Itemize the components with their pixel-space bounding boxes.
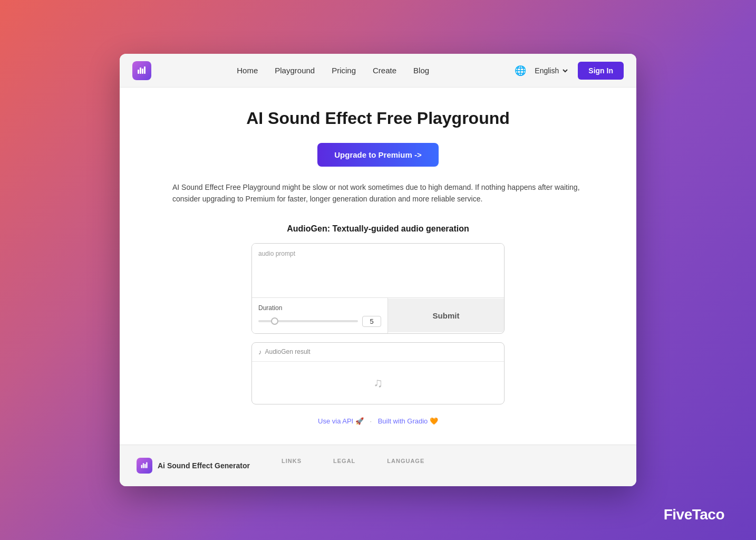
footer-links-label: LINKS	[282, 458, 302, 464]
notice-text: AI Sound Effect Free Playground might be…	[172, 181, 584, 205]
nav-right: 🌐 English Sign In	[515, 62, 624, 80]
svg-rect-7	[146, 462, 147, 468]
result-header: ♪ AudioGen result	[252, 343, 504, 362]
footer-brand-name: Ai Sound Effect Generator	[158, 461, 250, 470]
svg-rect-2	[142, 69, 143, 74]
svg-rect-1	[140, 68, 141, 74]
result-body: ♫	[252, 362, 504, 404]
audiogen-title: AudioGen: Textually-guided audio generat…	[137, 224, 619, 234]
duration-box: Duration 5	[252, 298, 388, 333]
watermark: FiveTaco	[664, 506, 724, 523]
nav-create[interactable]: Create	[373, 66, 396, 75]
duration-slider[interactable]	[258, 320, 358, 322]
api-footer-links: Use via API 🚀 · Built with Gradio 🧡	[137, 417, 619, 425]
main-content: AI Sound Effect Free Playground Upgrade …	[120, 88, 636, 445]
svg-rect-6	[144, 464, 146, 468]
prompt-label: audio prompt	[258, 250, 498, 257]
audiogen-box: audio prompt Duration 5 Submit	[251, 243, 505, 334]
navbar: Home Playground Pricing Create Blog 🌐 En…	[120, 54, 636, 88]
duration-label: Duration	[258, 304, 381, 312]
duration-value: 5	[362, 316, 381, 327]
footer-brand: Ai Sound Effect Generator	[137, 458, 250, 474]
submit-button[interactable]: Submit	[388, 298, 504, 332]
nav-links: Home Playground Pricing Create Blog	[237, 66, 429, 75]
nav-playground[interactable]: Playground	[275, 66, 315, 75]
prompt-area: audio prompt	[252, 244, 504, 298]
page-title: AI Sound Effect Free Playground	[137, 109, 619, 128]
svg-rect-5	[143, 463, 144, 468]
result-label: AudioGen result	[265, 348, 311, 355]
music-note-icon: ♪	[258, 348, 262, 356]
footer-language-label: LANGUAGE	[387, 458, 424, 464]
gradio-link[interactable]: Built with Gradio 🧡	[378, 417, 438, 425]
prompt-textarea[interactable]	[258, 259, 498, 289]
upgrade-button[interactable]: Upgrade to Premium ->	[317, 143, 438, 167]
footer-logo-icon	[137, 458, 152, 474]
footer-legal-col: LEGAL	[333, 458, 355, 464]
footer-language-col: LANGUAGE	[387, 458, 424, 464]
footer-links-col: LINKS	[282, 458, 302, 464]
globe-icon: 🌐	[515, 65, 526, 76]
svg-rect-4	[141, 465, 142, 468]
nav-blog[interactable]: Blog	[413, 66, 429, 75]
duration-controls: 5	[258, 316, 381, 327]
nav-pricing[interactable]: Pricing	[332, 66, 356, 75]
site-footer: Ai Sound Effect Generator LINKS LEGAL LA…	[120, 445, 636, 486]
svg-rect-0	[138, 70, 139, 74]
footer-legal-label: LEGAL	[333, 458, 355, 464]
result-music-icon: ♫	[373, 375, 383, 390]
use-api-link[interactable]: Use via API 🚀	[318, 417, 364, 425]
duration-row: Duration 5 Submit	[252, 298, 504, 333]
language-select[interactable]: English	[530, 64, 569, 78]
logo[interactable]	[132, 61, 151, 80]
footer-separator: ·	[370, 417, 372, 425]
footer-inner: Ai Sound Effect Generator LINKS LEGAL LA…	[137, 458, 619, 474]
logo-icon	[132, 61, 151, 80]
nav-home[interactable]: Home	[237, 66, 258, 75]
result-box: ♪ AudioGen result ♫	[251, 342, 505, 404]
svg-rect-3	[144, 66, 146, 74]
sign-in-button[interactable]: Sign In	[578, 62, 624, 80]
